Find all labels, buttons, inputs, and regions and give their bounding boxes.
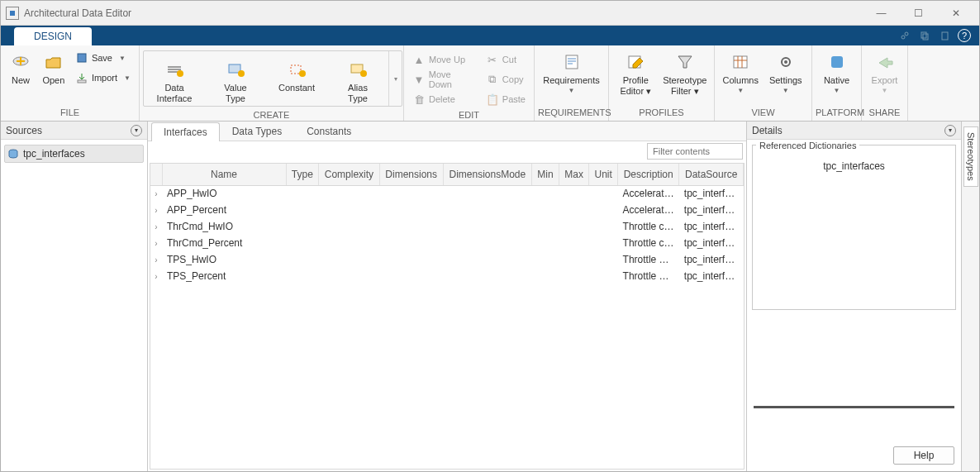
svg-rect-12 <box>291 65 301 74</box>
col-complexity[interactable]: Complexity <box>319 164 380 185</box>
tab-data-types[interactable]: Data Types <box>220 122 294 141</box>
main-area: Sources ▾ tpc_interfaces Interfaces Data… <box>1 122 979 471</box>
svg-rect-3 <box>921 32 926 38</box>
requirements-button[interactable]: Requirements▼ <box>538 47 605 107</box>
stereotype-filter-button[interactable]: StereotypeFilter ▾ <box>659 47 711 107</box>
col-unit[interactable]: Unit <box>589 164 618 185</box>
table-row[interactable]: ›APP_PercentAccelerato...tpc_interfa... <box>150 202 744 218</box>
subtabs: Interfaces Data Types Constants <box>148 122 746 141</box>
link-icon[interactable] <box>898 29 911 42</box>
col-datasource[interactable]: DataSource <box>679 164 744 185</box>
cell-description: Throttle co... <box>618 218 679 235</box>
paste-icon[interactable] <box>938 29 951 42</box>
col-dimensions-mode[interactable]: DimensionsMode <box>443 164 531 185</box>
cell-description: Throttle po... <box>618 251 679 268</box>
col-dimensions[interactable]: Dimensions <box>379 164 443 185</box>
svg-rect-8 <box>78 80 86 83</box>
chevron-right-icon[interactable]: › <box>150 251 162 268</box>
tab-stereotypes[interactable]: Stereotypes <box>963 126 978 187</box>
requirements-icon <box>562 52 582 72</box>
filter-input[interactable] <box>647 143 743 160</box>
new-button[interactable]: New <box>4 47 37 107</box>
tab-interfaces[interactable]: Interfaces <box>151 122 220 141</box>
filter-icon <box>675 52 695 72</box>
profile-editor-button[interactable]: ProfileEditor ▾ <box>612 47 659 107</box>
svg-rect-18 <box>734 56 747 68</box>
svg-point-20 <box>784 60 787 64</box>
minimize-button[interactable]: — <box>863 1 900 25</box>
chevron-right-icon[interactable]: › <box>150 268 162 284</box>
data-interface-button[interactable]: DataInterface <box>144 51 205 106</box>
new-file-icon <box>11 52 31 72</box>
table-row[interactable]: ›TPS_HwIOThrottle po...tpc_interfa... <box>150 251 744 268</box>
details-header: Details ▾ <box>747 122 961 140</box>
cut-button[interactable]: ✂Cut <box>483 50 529 69</box>
table-row[interactable]: ›ThrCmd_PercentThrottle co...tpc_interfa… <box>150 235 744 251</box>
scrollbar-thumb[interactable] <box>754 406 954 408</box>
maximize-button[interactable]: ☐ <box>900 1 937 25</box>
source-item-tpc-interfaces[interactable]: tpc_interfaces <box>4 145 144 163</box>
value-type-button[interactable]: ValueType <box>205 51 266 106</box>
copy-icon[interactable] <box>918 29 931 42</box>
save-button[interactable]: Save▼ <box>72 49 134 67</box>
ribbon-group-view: VIEW <box>718 107 808 121</box>
col-max[interactable]: Max <box>559 164 588 185</box>
constant-button[interactable]: Constant <box>266 51 327 106</box>
ribbon: New Open Save▼ Import▼ FILE <box>1 45 979 122</box>
help-button[interactable]: Help <box>893 446 954 465</box>
chevron-right-icon[interactable]: › <box>150 235 162 251</box>
ribbon-tabstrip: DESIGN ? <box>1 26 979 45</box>
close-button[interactable]: ✕ <box>937 1 974 25</box>
trash-icon: 🗑 <box>412 93 426 106</box>
move-down-button[interactable]: ▼Move Down <box>409 70 479 88</box>
col-name[interactable]: Name <box>162 164 286 185</box>
col-min[interactable]: Min <box>532 164 559 185</box>
cell-datasource: tpc_interfa... <box>679 218 744 235</box>
col-description[interactable]: Description <box>618 164 679 185</box>
chevron-right-icon[interactable]: › <box>150 202 162 218</box>
paste-icon: 📋 <box>486 93 499 106</box>
svg-point-13 <box>299 70 306 77</box>
svg-point-15 <box>360 70 367 77</box>
ribbon-group-file: FILE <box>4 107 136 121</box>
import-button[interactable]: Import▼ <box>72 69 134 87</box>
cell-name: ThrCmd_HwIO <box>162 218 286 235</box>
chevron-right-icon[interactable]: › <box>150 185 162 202</box>
cell-datasource: tpc_interfa... <box>679 268 744 284</box>
cell-description: Throttle co... <box>618 235 679 251</box>
settings-button[interactable]: Settings▼ <box>764 47 809 107</box>
cell-datasource: tpc_interfa... <box>679 185 744 202</box>
ribbon-group-create: CREATE <box>143 110 400 121</box>
dropdown-circle-icon[interactable]: ▾ <box>944 125 956 136</box>
native-icon <box>827 52 847 72</box>
move-up-button[interactable]: ▲Move Up <box>409 50 479 69</box>
native-button[interactable]: Native▼ <box>816 47 858 107</box>
table-row[interactable]: ›TPS_PercentThrottle po...tpc_interfa... <box>150 268 744 284</box>
help-icon[interactable]: ? <box>958 29 971 42</box>
export-button[interactable]: Export▼ <box>865 47 904 107</box>
profile-editor-icon <box>626 52 645 72</box>
tab-design[interactable]: DESIGN <box>14 27 92 45</box>
col-type[interactable]: Type <box>286 164 319 185</box>
svg-point-2 <box>905 32 908 36</box>
tab-constants[interactable]: Constants <box>294 122 364 141</box>
alias-type-button[interactable]: AliasType <box>327 51 388 106</box>
chevron-right-icon[interactable]: › <box>150 218 162 235</box>
svg-rect-4 <box>923 34 928 40</box>
details-panel: Details ▾ Referenced Dictionaries tpc_in… <box>746 122 961 471</box>
referenced-dictionaries-box: Referenced Dictionaries tpc_interfaces <box>752 145 956 310</box>
columns-button[interactable]: Columns▼ <box>718 47 764 107</box>
delete-button[interactable]: 🗑Delete <box>409 90 479 108</box>
copy-button[interactable]: ⧉Copy <box>483 70 529 88</box>
paste-button[interactable]: 📋Paste <box>483 90 529 108</box>
cell-name: APP_Percent <box>162 202 286 218</box>
create-expand-button[interactable]: ▾ <box>388 51 402 106</box>
dropdown-circle-icon[interactable]: ▾ <box>131 125 142 136</box>
table-row[interactable]: ›APP_HwIOAccelerato...tpc_interfa... <box>150 185 744 202</box>
open-button[interactable]: Open <box>37 47 70 107</box>
copy-icon: ⧉ <box>486 73 499 86</box>
table-row[interactable]: ›ThrCmd_HwIOThrottle co...tpc_interfa... <box>150 218 744 235</box>
cell-description: Throttle po... <box>618 268 679 284</box>
data-interface-icon <box>164 60 184 79</box>
save-icon <box>75 51 88 64</box>
